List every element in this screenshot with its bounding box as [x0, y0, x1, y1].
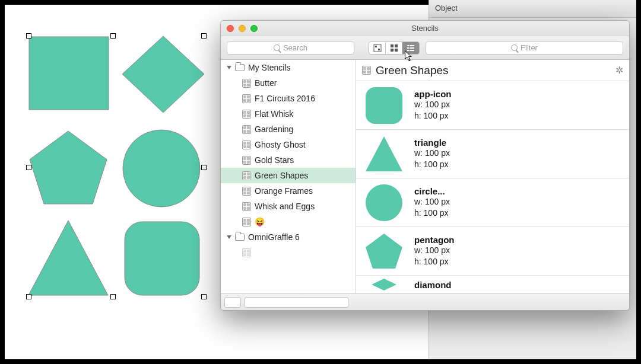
tree-item[interactable]: Ghosty Ghost [221, 137, 356, 152]
tree-label: My Stencils [248, 63, 291, 72]
svg-rect-13 [407, 45, 409, 46]
item-h: h: 100 px [414, 159, 450, 170]
svg-point-21 [366, 184, 402, 221]
item-name: app-icon [414, 89, 452, 99]
thumb-rounded [362, 85, 406, 126]
stencil-icon [242, 156, 251, 165]
tree-item[interactable]: Orange Frames [221, 183, 356, 199]
item-w: w: 100 px [414, 99, 452, 110]
folder-icon [235, 234, 245, 241]
stencil-tree: My Stencils Butter F1 Circuits 2016 Flat… [221, 60, 356, 293]
filter-placeholder: Filter [521, 43, 538, 52]
item-name: diamond [414, 280, 452, 290]
tree-item[interactable]: Butter [221, 75, 356, 91]
svg-rect-12 [395, 49, 398, 52]
tree-label: Ghosty Ghost [255, 140, 306, 149]
inspector-tab-label: Object [435, 4, 458, 12]
inspector-tab-object[interactable]: Object [429, 0, 636, 18]
tree-label: Butter [255, 78, 277, 88]
svg-rect-7 [375, 46, 377, 47]
toolbar: Search Filter [221, 36, 629, 60]
tree-item[interactable]: 😝 [221, 214, 356, 229]
svg-rect-8 [378, 49, 380, 50]
item-w: w: 100 px [414, 196, 450, 207]
svg-rect-18 [410, 50, 414, 51]
svg-marker-20 [366, 136, 402, 171]
tree-group-my-stencils[interactable]: My Stencils [221, 60, 356, 75]
svg-rect-19 [366, 87, 402, 124]
tree-item-selected[interactable]: Green Shapes [221, 168, 356, 183]
tree-label: Whisk and Eggs [255, 202, 315, 211]
item-h: h: 100 px [414, 207, 450, 219]
selection-handle[interactable] [110, 33, 116, 39]
tree-label: OmniGraffle 6 [248, 232, 300, 242]
selection-handle[interactable] [201, 165, 207, 170]
item-name: circle... [414, 186, 450, 196]
svg-rect-17 [407, 50, 409, 51]
tree-label: F1 Circuits 2016 [255, 94, 315, 103]
tree-label: Orange Frames [255, 186, 313, 196]
svg-rect-15 [407, 47, 409, 49]
disclosure-icon [227, 235, 231, 239]
tree-item[interactable]: Gardening [221, 122, 356, 137]
svg-rect-10 [395, 44, 398, 47]
item-h: h: 100 px [414, 110, 452, 122]
stencils-window: Stencils Search Filter [220, 20, 630, 311]
stencil-icon [242, 171, 251, 180]
tree-label: Flat Whisk [255, 109, 293, 119]
stencil-icon [362, 66, 371, 75]
svg-point-3 [123, 130, 200, 207]
zoom-control[interactable] [224, 297, 241, 308]
list-item[interactable]: pentagon w: 100 px h: 100 px [356, 227, 629, 276]
svg-marker-22 [366, 234, 402, 269]
stencil-icon [242, 202, 251, 211]
stencil-icon [242, 248, 251, 257]
gear-icon[interactable]: ✲ [615, 65, 623, 76]
search-placeholder: Search [283, 43, 307, 52]
item-h: h: 100 px [414, 256, 455, 267]
tree-item[interactable]: Flat Whisk [221, 106, 356, 122]
tree-item[interactable]: Whisk and Eggs [221, 199, 356, 214]
filter-input[interactable]: Filter [426, 41, 623, 55]
view-mode-segmented [369, 41, 420, 55]
window-title: Stencils [221, 24, 629, 33]
titlebar[interactable]: Stencils [221, 21, 629, 36]
view-mode-list[interactable] [402, 42, 419, 54]
list-item[interactable]: circle... w: 100 px h: 100 px [356, 178, 629, 227]
svg-marker-23 [372, 279, 396, 290]
tree-label: Green Shapes [255, 171, 308, 180]
svg-rect-11 [391, 49, 394, 52]
selection-handle[interactable] [26, 33, 31, 39]
svg-rect-0 [29, 37, 109, 110]
stencil-item-list: app-icon w: 100 px h: 100 px triangle w:… [356, 81, 629, 293]
selection-handle[interactable] [201, 33, 207, 39]
svg-marker-4 [28, 221, 108, 295]
search-input[interactable]: Search [227, 41, 354, 55]
bottom-bar [221, 293, 629, 310]
tree-item[interactable]: Gold Stars [221, 152, 356, 168]
list-item[interactable]: diamond [356, 276, 629, 293]
stencil-icon [242, 94, 251, 103]
canvas-selector[interactable] [245, 297, 348, 308]
stencil-detail: Green Shapes ✲ app-icon w: 100 px h: 100… [356, 60, 629, 293]
stencil-icon [242, 110, 251, 119]
view-mode-outline[interactable] [369, 42, 386, 54]
selection-handle[interactable] [201, 294, 207, 299]
list-item[interactable]: app-icon w: 100 px h: 100 px [356, 81, 629, 130]
selection-handle[interactable] [26, 294, 31, 299]
stencil-icon [242, 125, 251, 134]
tree-item[interactable]: F1 Circuits 2016 [221, 91, 356, 106]
stencil-icon [242, 218, 251, 226]
selection-handle[interactable] [26, 165, 31, 170]
tree-item[interactable] [221, 245, 356, 260]
svg-rect-16 [410, 47, 414, 49]
view-mode-grid[interactable] [386, 42, 402, 54]
selection-handle[interactable] [110, 294, 116, 299]
search-icon [511, 44, 518, 51]
list-item[interactable]: triangle w: 100 px h: 100 px [356, 130, 629, 178]
tree-label: Gold Stars [255, 155, 294, 165]
folder-icon [235, 64, 245, 71]
svg-marker-1 [122, 36, 204, 113]
tree-group-omnigraffle[interactable]: OmniGraffle 6 [221, 229, 356, 245]
disclosure-icon [227, 66, 231, 69]
